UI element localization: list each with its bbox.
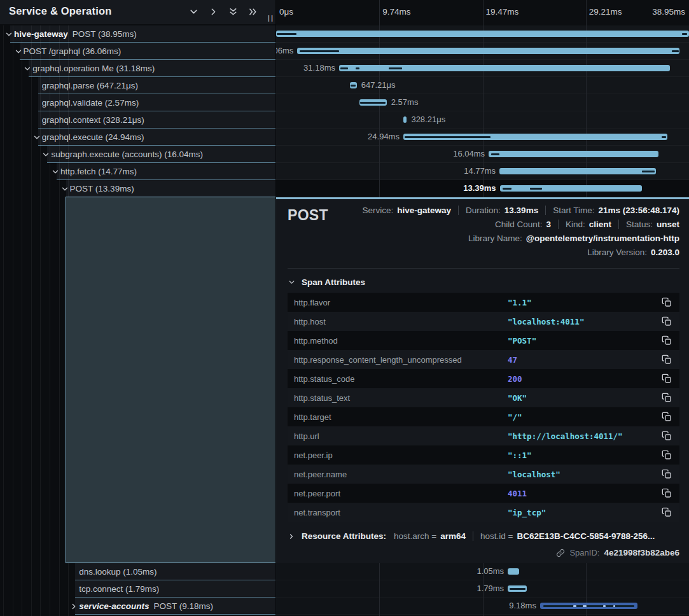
- operation-name: graphql.context (328.21μs): [42, 115, 144, 125]
- copy-button[interactable]: [662, 431, 672, 441]
- span-bar[interactable]: [403, 116, 407, 123]
- attribute-row: http.host"localhost:4011": [288, 312, 679, 331]
- tree-row-content: subgraph.execute (accounts) (16.04ms): [0, 146, 276, 163]
- attribute-key: http.host: [294, 317, 508, 326]
- span-bar-row[interactable]: 1.79ms: [276, 580, 689, 598]
- span-bar[interactable]: [508, 568, 518, 575]
- chevron-down-icon[interactable]: [60, 185, 69, 193]
- operation-name: POST (38.95ms): [73, 29, 137, 39]
- tree-row[interactable]: http.fetch (14.77ms): [0, 163, 276, 180]
- span-attributes-header[interactable]: Span Attributes: [288, 277, 679, 287]
- resource-attributes-row[interactable]: Resource Attributes: host.arch =arm64hos…: [288, 531, 679, 541]
- copy-button[interactable]: [662, 469, 672, 479]
- chevron-down-icon[interactable]: [32, 133, 41, 142]
- tree-row[interactable]: tcp.connect (1.79ms): [0, 580, 276, 598]
- tree-row[interactable]: POST (13.39ms): [0, 180, 276, 197]
- attribute-key: net.transport: [294, 508, 508, 517]
- span-bar[interactable]: [508, 585, 527, 592]
- span-attributes-title: Span Attributes: [302, 277, 365, 287]
- tree-row[interactable]: graphql.context (328.21μs): [0, 111, 276, 129]
- chevron-down-icon[interactable]: [41, 150, 50, 159]
- attribute-row: http.response_content_length_uncompresse…: [288, 350, 679, 369]
- span-bar[interactable]: [499, 168, 656, 174]
- meta-label: Start Time:: [553, 206, 594, 215]
- span-bar[interactable]: [500, 185, 642, 192]
- span-bar-row[interactable]: 13.39ms: [276, 180, 689, 197]
- duration-label: 2.57ms: [391, 94, 419, 111]
- tree-row[interactable]: graphql.execute (24.94ms): [0, 129, 276, 146]
- chevron-down-icon[interactable]: [23, 64, 32, 73]
- attribute-key: http.status_text: [294, 393, 508, 403]
- copy-button[interactable]: [662, 412, 672, 422]
- attribute-key: http.target: [294, 412, 508, 422]
- panel-resize-handle[interactable]: ||: [268, 14, 274, 22]
- span-bar[interactable]: [403, 134, 668, 140]
- copy-button[interactable]: [662, 354, 672, 365]
- tree-row[interactable]: subgraph.execute (accounts) (16.04ms): [0, 146, 276, 163]
- child-span-marker: [503, 188, 512, 190]
- meta-value: @opentelemetry/instrumentation-http: [526, 234, 679, 243]
- span-bar[interactable]: [276, 31, 689, 37]
- tree-row[interactable]: hive-gatewayPOST (38.95ms): [0, 25, 276, 43]
- chevron-down-icon[interactable]: [51, 167, 60, 176]
- service-name: service-accounts: [79, 601, 149, 611]
- child-span-marker: [672, 50, 679, 52]
- attribute-row: http.target"/": [288, 407, 679, 426]
- attribute-value: 200: [508, 374, 662, 384]
- span-bar-row[interactable]: 16.04ms: [276, 146, 689, 163]
- resource-value: arm64: [440, 531, 466, 541]
- chevron-right-icon[interactable]: [208, 6, 219, 17]
- attribute-row: http.status_text"OK": [288, 388, 679, 407]
- tree-row[interactable]: dns.lookup (1.05ms): [0, 563, 276, 580]
- tree-row-content: dns.lookup (1.05ms): [0, 563, 276, 580]
- child-span-marker: [389, 67, 402, 69]
- attribute-row: net.transport"ip_tcp": [288, 503, 679, 522]
- duration-label: 1.79ms: [477, 580, 504, 597]
- meta-label: Service:: [362, 206, 393, 215]
- span-bar[interactable]: [359, 99, 387, 106]
- meta-separator: [473, 531, 473, 541]
- span-bar[interactable]: [339, 65, 670, 71]
- chevron-down-icon[interactable]: [14, 47, 23, 56]
- copy-button[interactable]: [662, 297, 672, 307]
- span-bar[interactable]: [489, 151, 658, 157]
- attribute-key: http.status_code: [294, 374, 508, 384]
- meta-label: Duration:: [466, 206, 501, 215]
- copy-button[interactable]: [662, 374, 672, 384]
- double-chevron-right-icon[interactable]: [247, 6, 258, 17]
- child-span-marker: [360, 102, 385, 104]
- panel-divider[interactable]: [275, 0, 276, 616]
- chevron-down-icon[interactable]: [188, 6, 199, 17]
- span-bar-row[interactable]: 1.05ms: [276, 563, 689, 580]
- double-chevron-down-icon[interactable]: [228, 6, 239, 17]
- chevron-right-icon[interactable]: [69, 602, 78, 611]
- tree-row[interactable]: graphql.operation Me (31.18ms): [0, 60, 276, 77]
- span-bar[interactable]: [540, 603, 637, 609]
- copy-button[interactable]: [662, 316, 672, 326]
- attribute-key: http.url: [294, 431, 508, 441]
- span-bar-row[interactable]: 14.77ms: [276, 163, 689, 180]
- copy-button[interactable]: [662, 335, 672, 346]
- tree-row[interactable]: graphql.validate (2.57ms): [0, 94, 276, 111]
- tree-row-content: graphql.validate (2.57ms): [0, 94, 276, 111]
- child-span-marker: [613, 605, 615, 607]
- attribute-value: "ip_tcp": [508, 508, 662, 517]
- child-span-marker: [356, 67, 359, 69]
- chevron-down-icon[interactable]: [4, 30, 13, 39]
- copy-button[interactable]: [662, 450, 672, 460]
- operation-name: graphql.validate (2.57ms): [42, 98, 139, 108]
- link-icon[interactable]: [556, 549, 565, 557]
- copy-icon: [662, 412, 672, 422]
- copy-button[interactable]: [662, 507, 672, 517]
- tree-row[interactable]: POST /graphql (36.06ms): [0, 43, 276, 60]
- duration-label: 328.21μs: [411, 111, 445, 128]
- tree-row[interactable]: service-accountsPOST (9.18ms): [0, 598, 276, 615]
- meta-value: hive-gateway: [397, 206, 451, 215]
- copy-button[interactable]: [662, 393, 672, 403]
- timeline-tick: 38.95ms: [652, 7, 685, 17]
- span-bar[interactable]: [297, 48, 679, 54]
- copy-button[interactable]: [662, 488, 672, 498]
- meta-value: 0.203.0: [651, 248, 679, 257]
- tree-row[interactable]: graphql.parse (647.21μs): [0, 77, 276, 94]
- span-bar[interactable]: [350, 82, 357, 88]
